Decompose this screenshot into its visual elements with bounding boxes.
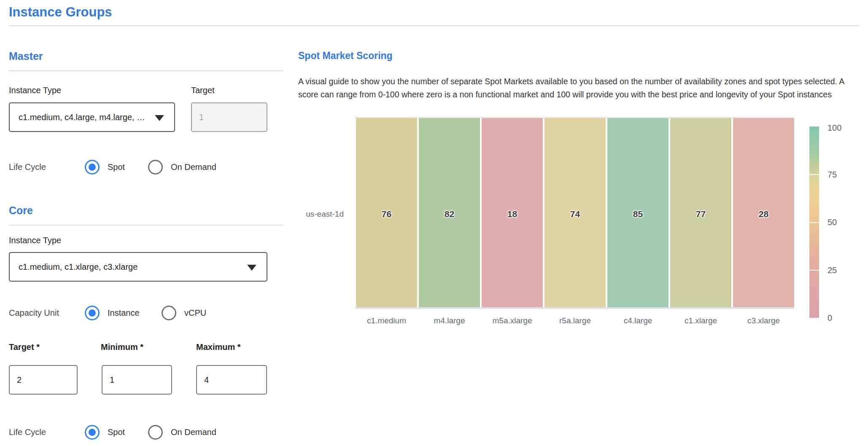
core-maximum-label: Maximum * bbox=[196, 342, 241, 352]
chevron-down-icon bbox=[247, 265, 256, 271]
master-target-input[interactable] bbox=[191, 102, 267, 132]
master-divider bbox=[9, 70, 283, 71]
spot-market-scoring-heading: Spot Market Scoring bbox=[298, 51, 393, 61]
colorbar-label-50: 50 bbox=[828, 218, 837, 227]
heatmap-x-label: c1.medium bbox=[356, 316, 417, 325]
colorbar-label-25: 25 bbox=[828, 266, 837, 275]
core-spot-radio[interactable] bbox=[85, 425, 100, 440]
heatmap-cell-value: 18 bbox=[482, 209, 543, 219]
chevron-down-icon bbox=[155, 115, 164, 121]
colorbar-label-100: 100 bbox=[828, 123, 841, 133]
colorbar-tick-50 bbox=[809, 222, 819, 223]
heatmap-cell-value: 28 bbox=[733, 209, 794, 219]
heatmap-cell-value: 74 bbox=[545, 209, 606, 219]
master-on-demand-radio[interactable] bbox=[148, 160, 163, 175]
core-minimum-label: Minimum * bbox=[101, 342, 143, 352]
core-vcpu-radio-label: vCPU bbox=[184, 308, 206, 317]
colorbar-label-75: 75 bbox=[828, 170, 837, 180]
heatmap-x-label: c4.large bbox=[607, 316, 669, 325]
core-divider bbox=[9, 225, 283, 226]
heatmap-cell-value: 76 bbox=[356, 209, 417, 219]
master-instance-type-value: c1.medium, c4.large, m4.large, … bbox=[19, 113, 145, 122]
core-spot-radio-label: Spot bbox=[108, 427, 125, 437]
core-target-input[interactable] bbox=[9, 365, 78, 395]
heatmap-x-label: c3.xlarge bbox=[733, 316, 794, 325]
core-target-label: Target * bbox=[9, 342, 40, 352]
master-section-heading: Master bbox=[9, 51, 43, 62]
core-instance-radio-label: Instance bbox=[108, 308, 140, 317]
heatmap-x-label: m5a.xlarge bbox=[482, 316, 543, 325]
heatmap-cell-value: 85 bbox=[607, 209, 669, 219]
page-title: Instance Groups bbox=[9, 5, 112, 19]
master-spot-radio-label: Spot bbox=[108, 162, 125, 172]
core-maximum-input[interactable] bbox=[196, 365, 267, 395]
core-on-demand-radio[interactable] bbox=[148, 425, 163, 440]
core-instance-type-dropdown[interactable]: c1.medium, c1.xlarge, c3.xlarge bbox=[9, 252, 267, 282]
master-instance-type-dropdown[interactable]: c1.medium, c4.large, m4.large, … bbox=[9, 102, 175, 132]
heatmap-x-label: c1.xlarge bbox=[670, 316, 731, 325]
colorbar-tick-25 bbox=[809, 270, 819, 271]
colorbar-label-0: 0 bbox=[828, 313, 832, 323]
core-minimum-input[interactable] bbox=[102, 365, 172, 395]
master-spot-radio[interactable] bbox=[85, 160, 100, 175]
scoring-description: A visual guide to show you the number of… bbox=[298, 75, 844, 101]
scoring-description-line: A visual guide to show you the number of… bbox=[298, 75, 844, 88]
colorbar-tick-75 bbox=[809, 174, 819, 175]
core-on-demand-radio-label: On Demand bbox=[171, 427, 216, 437]
core-capacity-unit-label: Capacity Unit bbox=[9, 308, 59, 317]
heatmap-bottom-border bbox=[355, 307, 794, 309]
heatmap-colorbar bbox=[809, 126, 819, 318]
core-instance-type-label: Instance Type bbox=[9, 236, 61, 245]
core-instance-type-value: c1.medium, c1.xlarge, c3.xlarge bbox=[19, 262, 137, 272]
core-instance-radio[interactable] bbox=[85, 306, 100, 320]
heatmap-x-label: m4.large bbox=[419, 316, 480, 325]
title-divider bbox=[9, 25, 859, 26]
master-target-label: Target bbox=[191, 86, 215, 95]
core-vcpu-radio[interactable] bbox=[162, 306, 176, 320]
heatmap-x-label: r5a.large bbox=[545, 316, 606, 325]
master-on-demand-radio-label: On Demand bbox=[171, 162, 216, 172]
scoring-description-line: score can range from 0-100 where zero is… bbox=[298, 88, 844, 101]
master-life-cycle-label: Life Cycle bbox=[9, 162, 46, 172]
core-section-heading: Core bbox=[9, 205, 33, 217]
instance-groups-page: Instance Groups Master Instance Type c1.… bbox=[0, 0, 868, 446]
heatmap-row-label: us-east-1d bbox=[295, 210, 344, 219]
heatmap-cell-value: 77 bbox=[670, 209, 731, 219]
master-instance-type-label: Instance Type bbox=[9, 86, 61, 95]
heatmap-cell-value: 82 bbox=[419, 209, 480, 219]
core-life-cycle-label: Life Cycle bbox=[9, 427, 46, 437]
